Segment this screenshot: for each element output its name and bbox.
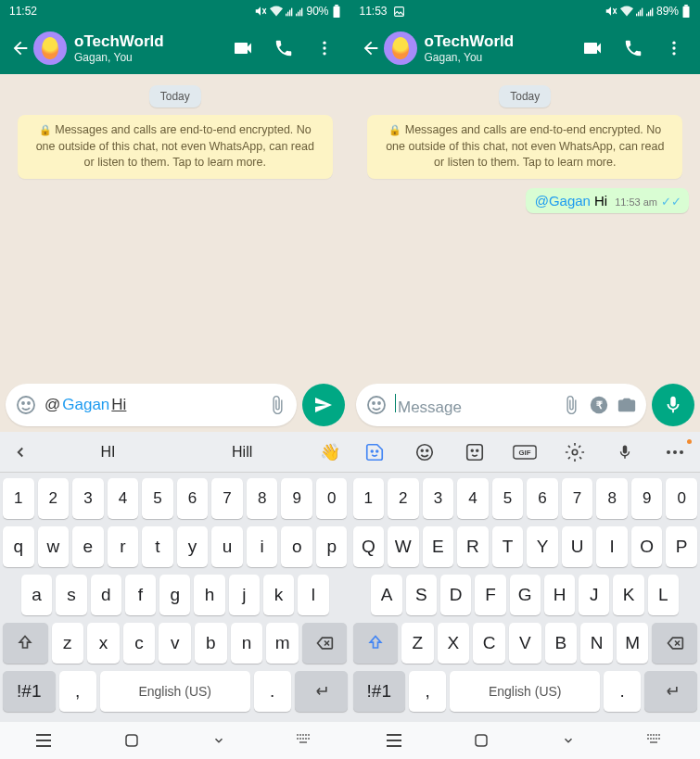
- key-t[interactable]: T: [492, 526, 524, 567]
- video-call-button[interactable]: [224, 30, 261, 67]
- key-y[interactable]: y: [177, 526, 209, 567]
- key-l[interactable]: l: [298, 575, 328, 615]
- emoji-suggestion[interactable]: 👋: [310, 432, 350, 473]
- key-0[interactable]: 0: [666, 478, 697, 519]
- attach-icon[interactable]: [267, 395, 287, 415]
- key-x[interactable]: X: [438, 623, 470, 664]
- key-a[interactable]: a: [21, 575, 52, 615]
- key-j[interactable]: J: [579, 575, 609, 615]
- key-6[interactable]: 6: [527, 478, 558, 519]
- key-4[interactable]: 4: [457, 478, 489, 519]
- key-b[interactable]: b: [195, 623, 227, 664]
- key-o[interactable]: o: [281, 526, 312, 567]
- key-2[interactable]: 2: [38, 478, 70, 519]
- key-6[interactable]: 6: [177, 478, 209, 519]
- sent-message[interactable]: @Gagan Hi 11:53 am ✓✓: [526, 188, 689, 213]
- encryption-notice[interactable]: 🔒 Messages and calls are end-to-end encr…: [18, 115, 333, 179]
- payment-icon[interactable]: ₹: [589, 395, 609, 415]
- key-z[interactable]: z: [52, 623, 84, 664]
- emoji-icon[interactable]: [365, 394, 388, 416]
- key-x[interactable]: x: [87, 623, 120, 664]
- key-u[interactable]: U: [562, 526, 593, 567]
- key-d[interactable]: d: [91, 575, 121, 615]
- key-b[interactable]: B: [545, 623, 578, 664]
- key-y[interactable]: Y: [527, 526, 558, 567]
- key-2[interactable]: 2: [388, 478, 419, 519]
- recents-button[interactable]: [21, 726, 66, 755]
- key-p[interactable]: p: [316, 526, 348, 567]
- more-tool[interactable]: [655, 432, 695, 473]
- key-d[interactable]: D: [440, 575, 471, 615]
- key-n[interactable]: n: [231, 623, 263, 664]
- suggestion-2[interactable]: Hill: [175, 432, 310, 473]
- key-e[interactable]: E: [423, 526, 454, 567]
- key-e[interactable]: e: [72, 526, 104, 567]
- key-l[interactable]: L: [648, 575, 679, 615]
- recents-button[interactable]: [372, 726, 416, 755]
- key-5[interactable]: 5: [492, 478, 524, 519]
- key-w[interactable]: W: [388, 526, 419, 567]
- key-9[interactable]: 9: [281, 478, 312, 519]
- encryption-notice[interactable]: 🔒 Messages and calls are end-to-end encr…: [367, 115, 682, 179]
- video-call-button[interactable]: [574, 30, 611, 67]
- key-k[interactable]: k: [263, 575, 294, 615]
- key-u[interactable]: u: [211, 526, 243, 567]
- comma-key[interactable]: ,: [409, 671, 446, 712]
- group-avatar[interactable]: [384, 32, 417, 65]
- key-g[interactable]: g: [159, 575, 190, 615]
- key-f[interactable]: F: [475, 575, 505, 615]
- enter-key[interactable]: [295, 671, 348, 712]
- send-button[interactable]: [302, 384, 345, 426]
- key-3[interactable]: 3: [423, 478, 454, 519]
- key-0[interactable]: 0: [316, 478, 348, 519]
- group-avatar[interactable]: [33, 32, 67, 65]
- sticker-tool[interactable]: [354, 432, 395, 473]
- back-nav-button[interactable]: [197, 726, 241, 755]
- shift-key[interactable]: [353, 623, 399, 664]
- key-5[interactable]: 5: [142, 478, 173, 519]
- key-1[interactable]: 1: [353, 478, 385, 519]
- home-button[interactable]: [109, 726, 154, 755]
- header-info[interactable]: oTechWorld Gagan, You: [425, 32, 575, 64]
- key-7[interactable]: 7: [562, 478, 593, 519]
- symbols-key[interactable]: !#1: [353, 671, 406, 712]
- key-s[interactable]: s: [56, 575, 86, 615]
- key-h[interactable]: h: [194, 575, 224, 615]
- toolbar-back[interactable]: [0, 432, 41, 473]
- key-m[interactable]: m: [266, 623, 299, 664]
- back-nav-button[interactable]: [546, 726, 591, 755]
- key-g[interactable]: G: [510, 575, 541, 615]
- home-button[interactable]: [459, 726, 503, 755]
- keyboard-switch-button[interactable]: [634, 726, 679, 755]
- key-i[interactable]: i: [247, 526, 278, 567]
- settings-tool[interactable]: [554, 432, 595, 473]
- backspace-key[interactable]: [302, 623, 348, 664]
- emoji-icon[interactable]: [15, 394, 37, 416]
- key-w[interactable]: w: [38, 526, 70, 567]
- key-a[interactable]: A: [371, 575, 401, 615]
- message-input[interactable]: @Gagan Hi: [6, 384, 297, 426]
- back-button[interactable]: [358, 30, 384, 67]
- comma-key[interactable]: ,: [59, 671, 96, 712]
- space-key[interactable]: English (US): [450, 671, 600, 712]
- voice-tool[interactable]: [605, 432, 645, 473]
- camera-icon[interactable]: [617, 395, 637, 415]
- period-key[interactable]: .: [604, 671, 641, 712]
- key-8[interactable]: 8: [596, 478, 628, 519]
- key-h[interactable]: H: [544, 575, 575, 615]
- key-c[interactable]: C: [473, 623, 505, 664]
- space-key[interactable]: English (US): [100, 671, 250, 712]
- key-z[interactable]: Z: [401, 623, 434, 664]
- key-k[interactable]: K: [613, 575, 643, 615]
- menu-button[interactable]: [306, 30, 343, 67]
- key-1[interactable]: 1: [3, 478, 34, 519]
- suggestion-1[interactable]: HI: [41, 432, 175, 473]
- key-r[interactable]: R: [457, 526, 489, 567]
- message-input[interactable]: Message ₹: [356, 384, 647, 426]
- key-o[interactable]: O: [631, 526, 663, 567]
- key-9[interactable]: 9: [631, 478, 663, 519]
- key-3[interactable]: 3: [72, 478, 104, 519]
- shift-key[interactable]: [3, 623, 48, 664]
- key-r[interactable]: r: [108, 526, 139, 567]
- key-8[interactable]: 8: [247, 478, 278, 519]
